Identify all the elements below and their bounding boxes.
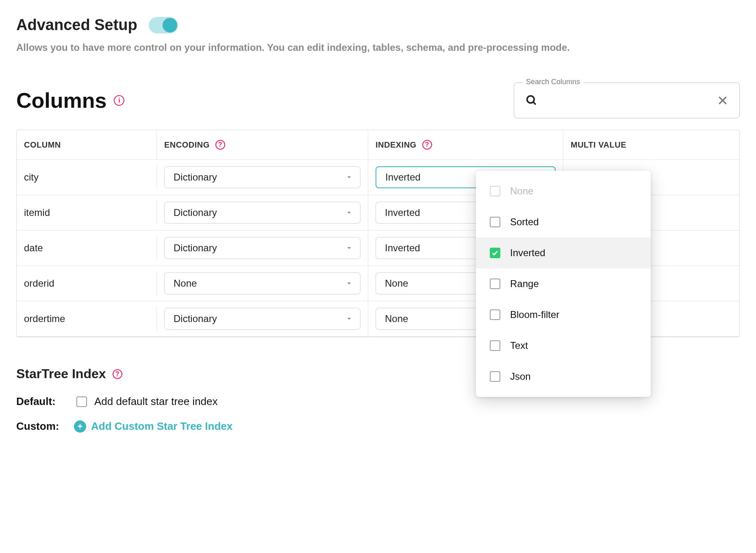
select-value: Dictionary [174,313,217,324]
checkbox-icon [490,309,500,320]
dropdown-option[interactable]: Range [476,268,651,299]
clear-search-icon[interactable] [717,95,728,106]
encoding-select[interactable]: Dictionary [164,308,361,330]
toggle-knob [163,18,177,33]
select-value: None [385,313,408,324]
dropdown-option-label: Inverted [510,247,545,259]
chevron-down-icon [345,315,353,322]
search-legend-label: Search Columns [523,78,583,86]
select-value: Dictionary [174,242,217,254]
chevron-down-icon [345,244,353,252]
dropdown-option: None [476,176,651,207]
dropdown-option[interactable]: Bloom-filter [476,299,651,330]
dropdown-option-label: Bloom-filter [510,309,559,320]
advanced-setup-toggle[interactable] [149,17,178,33]
checkbox-icon [490,217,500,227]
default-label: Default: [16,395,69,408]
encoding-select[interactable]: None [164,272,361,294]
dropdown-option-label: Text [510,340,528,351]
chevron-down-icon [345,280,353,287]
dropdown-option[interactable]: Text [476,330,651,361]
checkbox-checked-icon [490,248,500,258]
dropdown-option-label: Sorted [510,216,539,228]
indexing-dropdown[interactable]: None Sorted Inverted Range Bloom-filter … [476,171,651,397]
dropdown-option-label: Range [510,278,539,290]
dropdown-option[interactable]: Json [476,361,651,392]
encoding-select[interactable]: Dictionary [164,237,361,259]
select-value: Dictionary [174,207,217,218]
default-startree-text: Add default star tree index [94,395,218,408]
chevron-down-icon [345,174,353,181]
plus-icon[interactable]: + [74,420,86,433]
default-startree-checkbox[interactable] [76,396,87,407]
add-custom-startree-link[interactable]: Add Custom Star Tree Index [91,420,232,433]
svg-point-0 [527,96,534,103]
th-multi-value: MULTI VALUE [563,131,739,159]
help-icon[interactable]: ? [422,140,432,150]
search-icon [526,94,538,107]
dropdown-option-label: Json [510,371,531,382]
search-columns-field[interactable]: Search Columns [514,83,740,118]
svg-line-1 [533,102,536,105]
encoding-select[interactable]: Dictionary [164,202,361,224]
page-description: Allows you to have more control on your … [16,41,740,54]
cell-column: ordertime [17,307,157,331]
columns-table: COLUMN ENCODING ? INDEXING ? MULTI VALUE… [16,130,740,337]
th-encoding: ENCODING ? [157,130,368,159]
th-indexing: INDEXING ? [368,130,563,159]
info-icon[interactable]: i [114,95,124,106]
checkbox-icon [490,371,500,382]
search-input[interactable] [544,95,711,106]
select-value: None [174,278,197,289]
custom-label: Custom: [16,420,69,433]
cell-column: date [17,236,157,260]
chevron-down-icon [345,209,353,216]
select-value: Inverted [385,207,420,218]
cell-column: itemid [17,200,157,225]
help-icon[interactable]: ? [113,369,122,379]
cell-column: orderid [17,271,157,296]
th-column: COLUMN [17,131,157,159]
dropdown-option[interactable]: Sorted [476,207,651,237]
checkbox-icon [490,279,500,289]
table-header-row: COLUMN ENCODING ? INDEXING ? MULTI VALUE [17,130,739,160]
startree-heading: StarTree Index [16,366,106,381]
select-value: None [385,278,408,289]
help-icon[interactable]: ? [215,140,225,150]
checkbox-icon [490,186,500,196]
select-value: Dictionary [174,172,217,183]
checkbox-icon [490,340,500,351]
page-title: Advanced Setup [16,16,137,34]
select-value: Inverted [385,242,420,254]
encoding-select[interactable]: Dictionary [164,166,361,188]
dropdown-option[interactable]: Inverted [476,237,651,268]
columns-heading: Columns [16,88,106,113]
select-value: Inverted [385,172,421,183]
dropdown-option-label: None [510,185,533,197]
cell-column: city [17,165,157,189]
